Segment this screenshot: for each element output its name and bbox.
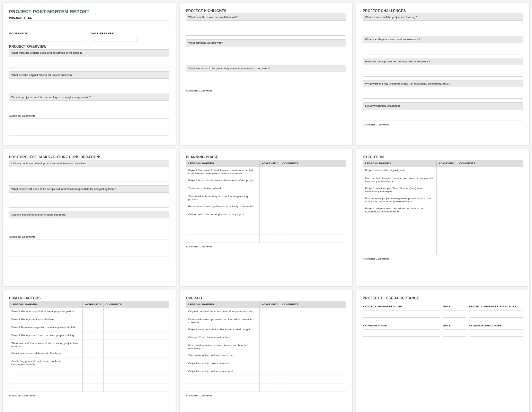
cell-achieved[interactable] <box>83 350 103 358</box>
challenges-q1-box[interactable] <box>363 20 523 32</box>
cell-comments[interactable] <box>103 316 169 324</box>
challenges-q4-box[interactable] <box>363 87 523 99</box>
project-title-input[interactable] <box>9 20 169 26</box>
cell-comments[interactable] <box>280 308 346 316</box>
cell-comments[interactable] <box>280 352 346 360</box>
cell-achieved[interactable] <box>436 167 457 175</box>
cell-comments[interactable] <box>103 376 169 384</box>
cell-achieved[interactable] <box>83 384 103 392</box>
cell-comments[interactable] <box>457 167 523 175</box>
cell-achieved[interactable] <box>436 215 457 223</box>
cell-achieved[interactable] <box>436 239 457 247</box>
highlights-q2-box[interactable] <box>186 46 346 61</box>
cell-achieved[interactable] <box>436 185 457 195</box>
cell-achieved[interactable] <box>260 326 280 334</box>
cell-comments[interactable] <box>280 316 346 326</box>
cell-achieved[interactable] <box>83 324 103 332</box>
cell-achieved[interactable] <box>436 223 457 231</box>
cell-comments[interactable] <box>457 195 523 205</box>
cell-achieved[interactable] <box>83 376 103 384</box>
sponsor-date-input[interactable] <box>443 329 466 337</box>
cell-achieved[interactable] <box>436 175 457 185</box>
cell-comments[interactable] <box>280 203 346 211</box>
cell-achieved[interactable] <box>260 360 280 368</box>
cell-comments[interactable] <box>457 205 523 215</box>
cell-comments[interactable] <box>280 177 346 185</box>
highlights-q3-box[interactable] <box>186 72 346 87</box>
cell-achieved[interactable] <box>260 193 280 203</box>
cell-achieved[interactable] <box>260 334 280 342</box>
cell-achieved[interactable] <box>260 177 280 185</box>
cell-comments[interactable] <box>280 219 346 227</box>
cell-comments[interactable] <box>457 231 523 239</box>
execution-additional-box[interactable] <box>363 261 523 278</box>
overview-q3-box[interactable] <box>9 100 169 112</box>
cell-comments[interactable] <box>280 334 346 342</box>
cell-comments[interactable] <box>103 340 169 350</box>
highlights-additional-box[interactable] <box>186 93 346 110</box>
cell-comments[interactable] <box>457 215 523 223</box>
cell-achieved[interactable] <box>260 203 280 211</box>
cell-achieved[interactable] <box>260 211 280 219</box>
tasks-q2-box[interactable] <box>9 192 169 208</box>
challenges-q2-box[interactable] <box>363 43 523 54</box>
cell-comments[interactable] <box>457 175 523 185</box>
cell-comments[interactable] <box>457 223 523 231</box>
cell-achieved[interactable] <box>260 185 280 193</box>
cell-achieved[interactable] <box>83 358 103 368</box>
cell-comments[interactable] <box>103 308 169 316</box>
overview-additional-box[interactable] <box>9 118 169 135</box>
tasks-q1-box[interactable] <box>9 167 169 182</box>
overview-q1-box[interactable] <box>9 56 169 68</box>
cell-comments[interactable] <box>103 358 169 368</box>
cell-achieved[interactable] <box>260 352 280 360</box>
cell-comments[interactable] <box>280 193 346 203</box>
highlights-q1-box[interactable] <box>186 20 346 36</box>
cell-achieved[interactable] <box>436 205 457 215</box>
cell-comments[interactable] <box>280 360 346 368</box>
cell-achieved[interactable] <box>260 316 280 326</box>
moderator-input[interactable] <box>9 36 87 42</box>
cell-comments[interactable] <box>280 235 346 243</box>
pm-name-input[interactable] <box>363 310 440 318</box>
cell-comments[interactable] <box>103 350 169 358</box>
cell-comments[interactable] <box>280 167 346 177</box>
cell-achieved[interactable] <box>83 332 103 340</box>
cell-comments[interactable] <box>103 332 169 340</box>
cell-comments[interactable] <box>280 376 346 384</box>
cell-comments[interactable] <box>103 384 169 392</box>
cell-comments[interactable] <box>457 185 523 195</box>
tasks-q3-box[interactable] <box>9 218 169 233</box>
cell-comments[interactable] <box>280 342 346 352</box>
cell-achieved[interactable] <box>83 308 103 316</box>
cell-achieved[interactable] <box>436 195 457 205</box>
challenges-q5-box[interactable] <box>363 109 523 121</box>
pm-sig-input[interactable] <box>469 310 523 318</box>
cell-comments[interactable] <box>280 384 346 392</box>
cell-achieved[interactable] <box>436 247 457 255</box>
overall-additional-box[interactable] <box>186 398 346 412</box>
cell-comments[interactable] <box>280 326 346 334</box>
cell-comments[interactable] <box>457 239 523 247</box>
cell-achieved[interactable] <box>260 342 280 352</box>
sponsor-sig-input[interactable] <box>469 329 523 337</box>
date-prepared-input[interactable] <box>91 36 138 42</box>
cell-achieved[interactable] <box>260 235 280 243</box>
cell-achieved[interactable] <box>83 316 103 324</box>
cell-achieved[interactable] <box>260 167 280 177</box>
cell-comments[interactable] <box>280 185 346 193</box>
cell-achieved[interactable] <box>260 219 280 227</box>
human-additional-box[interactable] <box>9 398 169 412</box>
cell-achieved[interactable] <box>260 227 280 235</box>
cell-comments[interactable] <box>103 324 169 332</box>
cell-achieved[interactable] <box>83 340 103 350</box>
cell-achieved[interactable] <box>260 368 280 376</box>
cell-comments[interactable] <box>280 227 346 235</box>
cell-achieved[interactable] <box>436 231 457 239</box>
planning-additional-box[interactable] <box>186 249 346 266</box>
sponsor-name-input[interactable] <box>363 329 440 337</box>
tasks-additional-box[interactable] <box>9 239 169 256</box>
challenges-additional-box[interactable] <box>363 127 523 137</box>
cell-achieved[interactable] <box>260 376 280 384</box>
cell-achieved[interactable] <box>260 384 280 392</box>
